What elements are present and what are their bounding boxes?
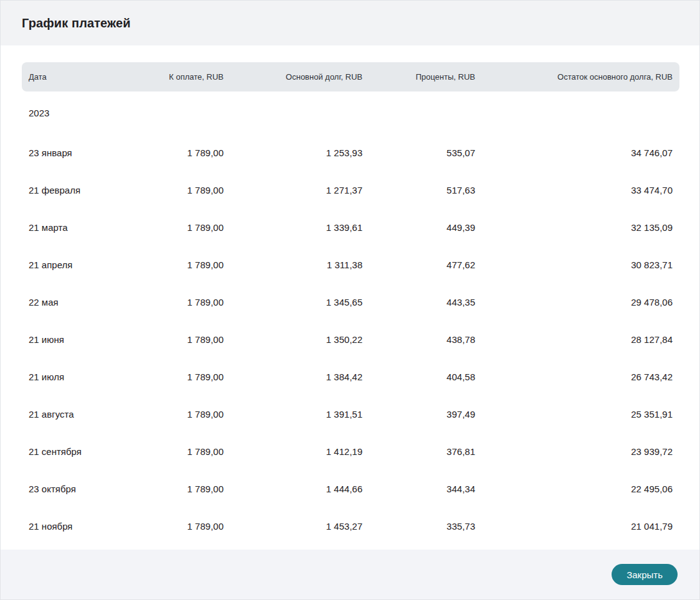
table-row: 23 октября 1 789,00 1 444,66 344,34 22 4… bbox=[22, 470, 679, 507]
table-row: 21 марта 1 789,00 1 339,61 449,39 32 135… bbox=[22, 209, 679, 246]
cell-balance: 32 135,09 bbox=[475, 209, 679, 246]
cell-date: 22 мая bbox=[22, 283, 140, 321]
cell-principal: 1 350,22 bbox=[224, 321, 362, 358]
cell-interest: 443,35 bbox=[362, 283, 475, 321]
cell-balance: 25 351,91 bbox=[475, 395, 679, 433]
table-row: 21 апреля 1 789,00 1 311,38 477,62 30 82… bbox=[22, 246, 679, 283]
table-row: 21 ноября 1 789,00 1 453,27 335,73 21 04… bbox=[22, 507, 679, 545]
column-header-principal: Основной долг, RUB bbox=[224, 62, 362, 91]
year-group-row: 2023 bbox=[22, 91, 679, 134]
column-header-payment: К оплате, RUB bbox=[140, 62, 224, 91]
cell-date: 21 июня bbox=[22, 321, 140, 358]
cell-payment: 1 789,00 bbox=[140, 283, 224, 321]
table-row: 21 июля 1 789,00 1 384,42 404,58 26 743,… bbox=[22, 358, 679, 395]
cell-balance: 26 743,42 bbox=[475, 358, 679, 395]
cell-payment: 1 789,00 bbox=[140, 433, 224, 470]
cell-payment: 1 789,00 bbox=[140, 507, 224, 545]
cell-principal: 1 384,42 bbox=[224, 358, 362, 395]
table-row: 21 июня 1 789,00 1 350,22 438,78 28 127,… bbox=[22, 321, 679, 358]
cell-principal: 1 311,38 bbox=[224, 246, 362, 283]
cell-interest: 376,81 bbox=[362, 433, 475, 470]
cell-interest: 404,58 bbox=[362, 358, 475, 395]
table-row: 22 мая 1 789,00 1 345,65 443,35 29 478,0… bbox=[22, 283, 679, 321]
cell-interest: 335,73 bbox=[362, 507, 475, 545]
cell-balance: 33 474,70 bbox=[475, 171, 679, 209]
cell-payment: 1 789,00 bbox=[140, 246, 224, 283]
table-row: 23 января 1 789,00 1 253,93 535,07 34 74… bbox=[22, 134, 679, 171]
cell-principal: 1 253,93 bbox=[224, 134, 362, 171]
table-header-row: Дата К оплате, RUB Основной долг, RUB Пр… bbox=[22, 62, 679, 91]
cell-principal: 1 339,61 bbox=[224, 209, 362, 246]
cell-balance: 30 823,71 bbox=[475, 246, 679, 283]
cell-principal: 1 453,27 bbox=[224, 507, 362, 545]
cell-date: 21 марта bbox=[22, 209, 140, 246]
cell-interest: 517,63 bbox=[362, 171, 475, 209]
cell-principal: 1 412,19 bbox=[224, 433, 362, 470]
cell-date: 21 июля bbox=[22, 358, 140, 395]
cell-payment: 1 789,00 bbox=[140, 358, 224, 395]
column-header-interest: Проценты, RUB bbox=[362, 62, 475, 91]
cell-date: 21 сентября bbox=[22, 433, 140, 470]
modal-header: График платежей bbox=[1, 1, 699, 45]
table-row: 21 августа 1 789,00 1 391,51 397,49 25 3… bbox=[22, 395, 679, 433]
payment-schedule-table: Дата К оплате, RUB Основной долг, RUB Пр… bbox=[22, 62, 679, 545]
year-label: 2023 bbox=[22, 91, 679, 134]
modal-body: Дата К оплате, RUB Основной долг, RUB Пр… bbox=[1, 45, 699, 550]
cell-payment: 1 789,00 bbox=[140, 134, 224, 171]
cell-interest: 438,78 bbox=[362, 321, 475, 358]
cell-date: 21 августа bbox=[22, 395, 140, 433]
cell-payment: 1 789,00 bbox=[140, 209, 224, 246]
cell-balance: 22 495,06 bbox=[475, 470, 679, 507]
cell-principal: 1 271,37 bbox=[224, 171, 362, 209]
cell-balance: 23 939,72 bbox=[475, 433, 679, 470]
cell-date: 23 октября bbox=[22, 470, 140, 507]
cell-interest: 477,62 bbox=[362, 246, 475, 283]
cell-payment: 1 789,00 bbox=[140, 470, 224, 507]
cell-balance: 29 478,06 bbox=[475, 283, 679, 321]
modal-footer: Закрыть bbox=[1, 550, 699, 599]
modal-title: График платежей bbox=[22, 16, 131, 30]
cell-interest: 535,07 bbox=[362, 134, 475, 171]
cell-principal: 1 444,66 bbox=[224, 470, 362, 507]
cell-balance: 21 041,79 bbox=[475, 507, 679, 545]
cell-date: 21 февраля bbox=[22, 171, 140, 209]
cell-payment: 1 789,00 bbox=[140, 171, 224, 209]
cell-payment: 1 789,00 bbox=[140, 395, 224, 433]
close-button[interactable]: Закрыть bbox=[612, 564, 678, 585]
table-row: 21 февраля 1 789,00 1 271,37 517,63 33 4… bbox=[22, 171, 679, 209]
cell-interest: 449,39 bbox=[362, 209, 475, 246]
cell-principal: 1 391,51 bbox=[224, 395, 362, 433]
cell-date: 23 января bbox=[22, 134, 140, 171]
column-header-date: Дата bbox=[22, 62, 140, 91]
table-row: 21 сентября 1 789,00 1 412,19 376,81 23 … bbox=[22, 433, 679, 470]
cell-date: 21 апреля bbox=[22, 246, 140, 283]
payment-schedule-modal: График платежей Дата К оплате, RUB Основ… bbox=[0, 0, 700, 600]
cell-date: 21 ноября bbox=[22, 507, 140, 545]
cell-principal: 1 345,65 bbox=[224, 283, 362, 321]
cell-balance: 28 127,84 bbox=[475, 321, 679, 358]
cell-interest: 397,49 bbox=[362, 395, 475, 433]
cell-payment: 1 789,00 bbox=[140, 321, 224, 358]
cell-interest: 344,34 bbox=[362, 470, 475, 507]
cell-balance: 34 746,07 bbox=[475, 134, 679, 171]
column-header-balance: Остаток основного долга, RUB bbox=[475, 62, 679, 91]
